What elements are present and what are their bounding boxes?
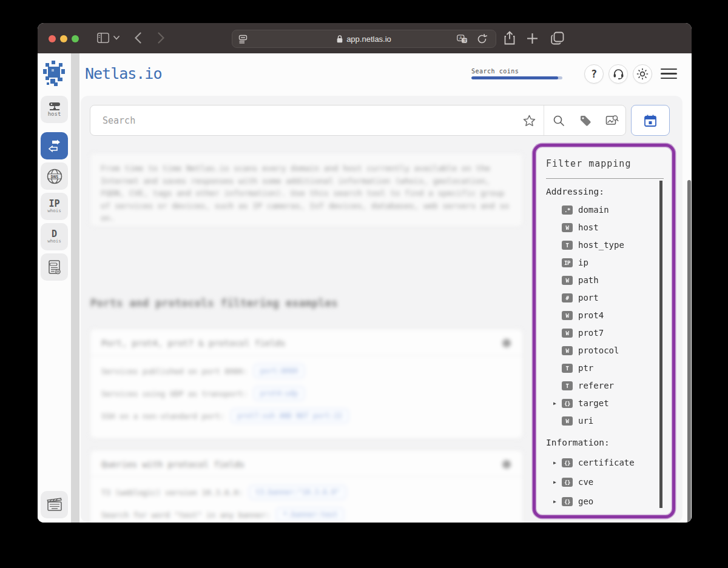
filter-item-path[interactable]: Wpath [553,275,672,286]
favorites-star-icon[interactable] [516,115,542,127]
divider [546,178,664,179]
card-title: Queries with protocol fields [101,459,244,469]
page-scrollbar[interactable] [687,180,691,523]
search-coins-track [471,76,562,79]
page-body: host DNS IP whoi [38,53,692,523]
sidebar-item-dns[interactable]: DNS [41,162,68,190]
filter-item-target[interactable]: ▶{}target [553,398,672,409]
filter-item-certificate[interactable]: ▶{}certificate [553,457,672,469]
theme-toggle-button[interactable] [633,64,652,84]
text-badge-icon: T [562,241,573,250]
word-badge-icon: W [562,311,573,320]
sidebar-divider [71,53,79,523]
text-badge-icon: T [562,364,573,373]
scan-date-button[interactable] [631,105,670,136]
example-label: T3 (weblogic) version 10.3.6.0: [101,488,243,497]
minimize-window-button[interactable] [60,35,67,42]
sidebar-toggle-icon[interactable] [97,33,109,43]
sidebar-item-tutorials[interactable] [41,491,68,518]
filter-item-prot4[interactable]: Wprot4 [553,310,672,321]
app-header: Netlas.io Search coins ? [79,53,692,94]
content-panel: From time to time Netlas.io scans every … [81,96,682,523]
lock-icon [337,35,343,43]
svg-text:DNS: DNS [50,174,58,179]
query-chip[interactable]: prot4:udp [254,386,305,401]
tags-icon[interactable] [572,115,599,127]
word-badge-icon: W [562,416,573,426]
search-input[interactable] [90,115,516,126]
number-badge-icon: # [562,293,573,302]
word-badge-icon: W [562,346,573,355]
query-chip[interactable]: prot7:ssh AND NOT port:22 [231,409,349,423]
sidebar-item-domain-whois[interactable]: D whois [41,223,68,250]
regex-badge-icon: .* [562,205,573,215]
zoom-window-button[interactable] [72,35,79,42]
filter-item-prot7[interactable]: Wprot7 [553,327,672,339]
ip-badge-icon: IP [562,258,573,267]
gear-icon[interactable] [502,338,511,348]
filter-item-uri[interactable]: Wuri [553,415,672,427]
panel-scrollbar[interactable] [659,181,662,508]
support-button[interactable] [608,64,628,84]
url-text: app.netlas.io [346,35,391,44]
browser-titlebar: app.netlas.io A文 [38,23,692,53]
filter-item-geo[interactable]: ▶{}geo [553,496,672,507]
search-coins-label: Search coins [471,68,562,75]
share-icon[interactable] [504,31,516,45]
section-addressing: Addressing: [546,187,672,198]
text-badge-icon: T [562,381,573,390]
sidebar-item-ip-whois[interactable]: IP whois [41,193,68,220]
expand-arrow-icon[interactable]: ▶ [553,499,562,504]
object-badge-icon: {} [562,399,573,408]
ip-whois-label: IP [49,199,59,208]
search-coins-fill [471,76,558,79]
filter-item-cve[interactable]: ▶{}cve [553,476,672,488]
reload-icon[interactable] [477,34,487,44]
domain-whois-label: D [52,230,57,238]
filter-item-host[interactable]: Whost [553,222,672,233]
divider [544,105,544,135]
object-badge-icon: {} [562,478,573,487]
sidebar-item-host[interactable]: host [41,96,68,123]
address-bar[interactable]: app.netlas.io A文 [232,30,496,48]
section-information: Information: [546,438,672,449]
example-card: Queries with protocol fields T3 (weblogi… [90,450,523,523]
image-search-icon[interactable] [599,115,625,127]
blurred-docs: From time to time Netlas.io scans every … [81,144,533,523]
query-chip[interactable]: port:8080 [254,364,305,378]
filter-item-port[interactable]: #port [553,292,672,304]
example-card: Port, prot4, prot7 & protocol fields Ser… [90,329,523,439]
expand-arrow-icon[interactable]: ▶ [553,460,562,466]
query-chip[interactable]: *.banner:test [276,507,344,522]
search-bar [90,105,626,136]
filter-mapping-panel: Filter mapping Addressing: .*domain Whos… [533,144,675,518]
close-window-button[interactable] [49,35,56,42]
brand-title[interactable]: Netlas.io [85,65,161,82]
examples-heading: Ports and protocols filtering examples [90,297,338,309]
intro-paragraph: From time to time Netlas.io scans every … [90,153,523,227]
expand-arrow-icon[interactable]: ▶ [553,479,562,485]
chevron-down-icon[interactable] [113,36,120,40]
expand-arrow-icon[interactable]: ▶ [553,401,562,406]
query-chip[interactable]: t3.banner:"10.3.6.0" [249,485,346,500]
sidebar-item-responses-search[interactable] [41,132,68,159]
filter-item-host-type[interactable]: Thost_type [553,239,672,251]
gear-icon[interactable] [502,459,511,469]
tab-overview-icon[interactable] [551,32,564,45]
sidebar-item-certificates[interactable] [41,253,68,281]
help-button[interactable]: ? [584,64,604,84]
filter-item-ptr[interactable]: Tptr [553,363,672,374]
translate-icon[interactable]: A文 [457,35,468,44]
back-button[interactable] [135,32,141,44]
new-tab-icon[interactable] [527,33,538,44]
app-sidebar: host DNS IP whoi [38,53,71,523]
word-badge-icon: W [562,329,573,338]
filter-item-ip[interactable]: IPip [553,257,672,269]
forward-button[interactable] [158,32,164,44]
netlas-logo-icon[interactable] [42,61,66,89]
filter-item-protocol[interactable]: Wprotocol [553,345,672,356]
search-submit-icon[interactable] [545,115,572,127]
filter-item-domain[interactable]: .*domain [553,204,672,216]
filter-item-referer[interactable]: Treferer [553,380,672,392]
menu-button[interactable] [661,68,677,79]
